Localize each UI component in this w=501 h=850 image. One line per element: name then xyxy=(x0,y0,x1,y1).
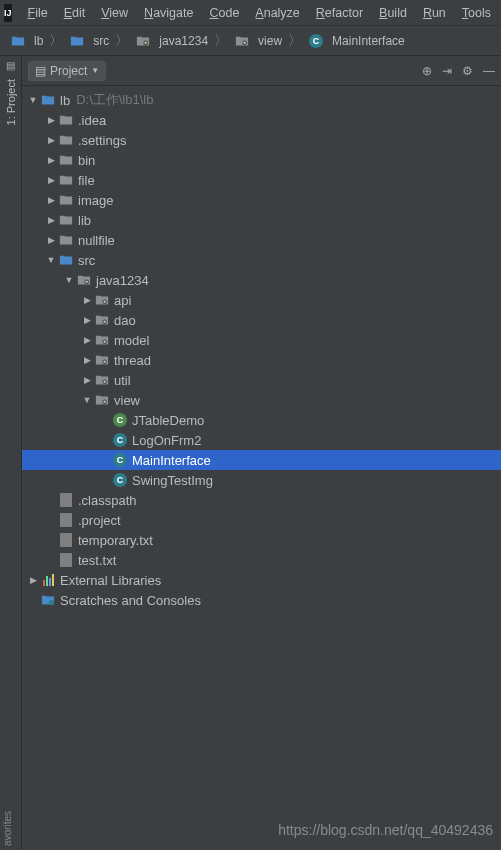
hide-icon[interactable]: — xyxy=(483,64,495,78)
arrow-collapsed-icon[interactable]: ▶ xyxy=(44,175,58,185)
tree-node-api[interactable]: ▶api xyxy=(22,290,501,310)
folder-gray-icon xyxy=(58,213,74,227)
menu-item-file[interactable]: File xyxy=(20,6,56,20)
menu-item-view[interactable]: View xyxy=(93,6,136,20)
gear-icon[interactable]: ⚙ xyxy=(462,64,473,78)
svg-point-5 xyxy=(85,280,88,283)
svg-point-18 xyxy=(49,600,54,605)
tree-node-temporary-txt[interactable]: temporary.txt xyxy=(22,530,501,550)
class-ct-icon: C xyxy=(112,453,128,467)
arrow-collapsed-icon[interactable]: ▶ xyxy=(44,195,58,205)
tree-node-test-txt[interactable]: test.txt xyxy=(22,550,501,570)
tree-label: LogOnFrm2 xyxy=(132,433,201,448)
tree-node-jtabledemo[interactable]: CJTableDemo xyxy=(22,410,501,430)
svg-point-13 xyxy=(103,360,106,363)
arrow-collapsed-icon[interactable]: ▶ xyxy=(44,135,58,145)
menu-item-navigate[interactable]: Navigate xyxy=(136,6,201,20)
folder-gray-icon xyxy=(58,233,74,247)
project-tool-tab[interactable]: 1: Project xyxy=(5,73,17,131)
tree-node--settings[interactable]: ▶.settings xyxy=(22,130,501,150)
tree-path-hint: D:\工作\lb1\lb xyxy=(76,91,153,109)
project-panel-header: ▤ Project ▼ ⊕ ⇥ ⚙ — xyxy=(22,56,501,86)
locate-icon[interactable]: ⊕ xyxy=(422,64,432,78)
tree-label: bin xyxy=(78,153,95,168)
tree-label: api xyxy=(114,293,131,308)
tree-node-util[interactable]: ▶util xyxy=(22,370,501,390)
svg-point-15 xyxy=(103,380,106,383)
breadcrumb-item-src[interactable]: src xyxy=(65,34,113,48)
arrow-collapsed-icon[interactable]: ▶ xyxy=(44,115,58,125)
tree-node-src[interactable]: ▼src xyxy=(22,250,501,270)
tree-node-external-libraries[interactable]: ▶External Libraries xyxy=(22,570,501,590)
tree-node-model[interactable]: ▶model xyxy=(22,330,501,350)
arrow-collapsed-icon[interactable]: ▶ xyxy=(80,375,94,385)
tree-node-lb[interactable]: ▼lbD:\工作\lb1\lb xyxy=(22,90,501,110)
arrow-collapsed-icon[interactable]: ▶ xyxy=(80,335,94,345)
tree-label: util xyxy=(114,373,131,388)
tree-node-lib[interactable]: ▶lib xyxy=(22,210,501,230)
arrow-collapsed-icon[interactable]: ▶ xyxy=(80,295,94,305)
tree-label: SwingTestImg xyxy=(132,473,213,488)
menu-item-run[interactable]: Run xyxy=(415,6,454,20)
package-icon xyxy=(135,34,151,48)
tree-node-thread[interactable]: ▶thread xyxy=(22,350,501,370)
tree-node--project[interactable]: .project xyxy=(22,510,501,530)
menu-item-code[interactable]: Code xyxy=(201,6,247,20)
menu-item-edit[interactable]: Edit xyxy=(56,6,94,20)
folder-gray-icon xyxy=(58,153,74,167)
arrow-collapsed-icon[interactable]: ▶ xyxy=(80,315,94,325)
svg-point-17 xyxy=(103,400,106,403)
scratch-icon xyxy=(40,593,56,607)
svg-point-3 xyxy=(243,41,246,44)
tree-node-java1234[interactable]: ▼java1234 xyxy=(22,270,501,290)
tree-label: nullfile xyxy=(78,233,115,248)
tree-node-image[interactable]: ▶image xyxy=(22,190,501,210)
tree-node-bin[interactable]: ▶bin xyxy=(22,150,501,170)
folder-gray-icon xyxy=(58,113,74,127)
class-ct-icon: C xyxy=(112,433,128,447)
package-icon xyxy=(94,393,110,407)
menu-item-refactor[interactable]: Refactor xyxy=(308,6,371,20)
chevron-right-icon: 〉 xyxy=(113,32,131,50)
arrow-expanded-icon[interactable]: ▼ xyxy=(26,95,40,105)
tree-node--idea[interactable]: ▶.idea xyxy=(22,110,501,130)
menu-item-tools[interactable]: Tools xyxy=(454,6,499,20)
menu-item-analyze[interactable]: Analyze xyxy=(247,6,307,20)
favorites-tool-tab[interactable]: avorites xyxy=(2,811,13,846)
tree-label: model xyxy=(114,333,149,348)
project-view-selector[interactable]: ▤ Project ▼ xyxy=(28,61,106,81)
arrow-collapsed-icon[interactable]: ▶ xyxy=(80,355,94,365)
tree-label: view xyxy=(114,393,140,408)
tree-node-dao[interactable]: ▶dao xyxy=(22,310,501,330)
tree-node--classpath[interactable]: .classpath xyxy=(22,490,501,510)
arrow-expanded-icon[interactable]: ▼ xyxy=(62,275,76,285)
folder-blue-icon xyxy=(40,93,56,107)
breadcrumb-item-lb[interactable]: lb xyxy=(6,34,47,48)
breadcrumb-item-view[interactable]: view xyxy=(230,34,286,48)
tree-node-file[interactable]: ▶file xyxy=(22,170,501,190)
arrow-collapsed-icon[interactable]: ▶ xyxy=(26,575,40,585)
tree-node-logonfrm2[interactable]: CLogOnFrm2 xyxy=(22,430,501,450)
breadcrumb[interactable]: lb〉src〉java1234〉view〉CMainInterface xyxy=(6,32,409,50)
chevron-down-icon: ▼ xyxy=(91,66,99,75)
arrow-collapsed-icon[interactable]: ▶ xyxy=(44,155,58,165)
tree-label: file xyxy=(78,173,95,188)
arrow-expanded-icon[interactable]: ▼ xyxy=(44,255,58,265)
tree-node-nullfile[interactable]: ▶nullfile xyxy=(22,230,501,250)
package-icon xyxy=(94,373,110,387)
breadcrumb-item-java1234[interactable]: java1234 xyxy=(131,34,212,48)
arrow-expanded-icon[interactable]: ▼ xyxy=(80,395,94,405)
tree-node-swingtestimg[interactable]: CSwingTestImg xyxy=(22,470,501,490)
tree-label: lib xyxy=(78,213,91,228)
tree-node-maininterface[interactable]: CMainInterface xyxy=(22,450,501,470)
tree-node-view[interactable]: ▼view xyxy=(22,390,501,410)
breadcrumb-label: src xyxy=(93,34,109,48)
menu-item-build[interactable]: Build xyxy=(371,6,415,20)
project-tree[interactable]: ▼lbD:\工作\lb1\lb▶.idea▶.settings▶bin▶file… xyxy=(22,86,501,850)
tree-label: .classpath xyxy=(78,493,137,508)
tree-node-scratches-and-consoles[interactable]: Scratches and Consoles xyxy=(22,590,501,610)
breadcrumb-item-maininterface[interactable]: CMainInterface xyxy=(304,34,409,48)
arrow-collapsed-icon[interactable]: ▶ xyxy=(44,215,58,225)
arrow-collapsed-icon[interactable]: ▶ xyxy=(44,235,58,245)
collapse-icon[interactable]: ⇥ xyxy=(442,64,452,78)
